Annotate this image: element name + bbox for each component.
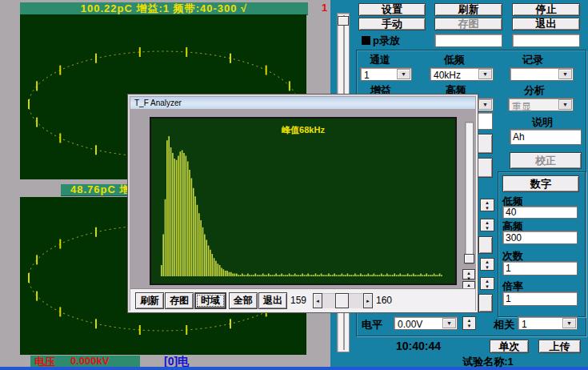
chevron-down-icon[interactable]: ▼ xyxy=(442,318,456,328)
lowfreq-select[interactable]: 40kHz ▼ xyxy=(430,67,494,81)
tf-save-button[interactable]: 存图 xyxy=(165,292,194,309)
ratio-spinner[interactable]: ▲▼ xyxy=(480,277,494,290)
exit-button[interactable]: 退出 xyxy=(512,18,580,30)
tf-analyzer-window: T_F Analyzer 峰值68kHz ▲▼ ▲▼ 刷新 存图 时域 全部 退… xyxy=(128,95,478,312)
single-shot-button[interactable]: 单次 xyxy=(490,340,529,353)
test-name-label: 试验名称:1 xyxy=(432,355,544,369)
spin-down-icon[interactable]: ▼ xyxy=(485,206,490,211)
peak-frequency-label: 峰值68kHz xyxy=(151,124,455,136)
correlation-label: 相关 xyxy=(494,318,514,332)
mid-button-3[interactable] xyxy=(478,236,493,254)
chevron-down-icon[interactable]: ▼ xyxy=(562,318,576,328)
scroll-right-arrow[interactable]: ► xyxy=(363,293,373,308)
record-select[interactable]: ▼ xyxy=(510,67,574,81)
spin-down-icon[interactable]: ▼ xyxy=(485,226,490,231)
channel1-indicator: 1 xyxy=(322,2,327,14)
calibrate-button: 校正 xyxy=(510,152,582,169)
p-playback-label: p录放 xyxy=(373,34,400,48)
upload-button[interactable]: 上传 xyxy=(538,340,581,353)
spectrum-vslider-track[interactable] xyxy=(465,122,474,264)
digital-count-field[interactable] xyxy=(502,261,578,275)
level-select[interactable]: 0.00V ▼ xyxy=(394,316,458,330)
voltage-strip: 电压 0.000kV xyxy=(30,356,140,367)
popup-spinner-1[interactable]: ▲▼ xyxy=(462,269,475,280)
lowfreq-label: 低频 xyxy=(444,53,465,67)
channel-label: 通道 xyxy=(370,53,390,67)
correlation-select[interactable]: 1 ▼ xyxy=(518,316,578,330)
count-spinner[interactable]: ▲▼ xyxy=(480,258,494,271)
scrollbar-track[interactable] xyxy=(322,293,363,308)
chevron-down-icon[interactable]: ▼ xyxy=(478,69,492,79)
mid-button-4[interactable] xyxy=(478,294,493,312)
scroll-left-arrow[interactable]: ◄ xyxy=(313,293,322,308)
lowfreq-spinner[interactable]: ▲▼ xyxy=(480,199,494,211)
voltage-value: 0.000kV xyxy=(70,355,109,367)
channel-select[interactable]: 1 ▼ xyxy=(360,67,412,81)
channel1-header: 100.22pC 增益:1 频带:40-300 √ xyxy=(20,2,308,15)
tf-analyzer-title: T_F Analyzer xyxy=(134,99,182,107)
playback-file-field[interactable] xyxy=(434,34,502,47)
spectrum-plot: 峰值68kHz xyxy=(150,117,457,285)
tf-time-domain-button[interactable]: 时域 xyxy=(194,292,226,309)
manual-button[interactable]: 手动 xyxy=(358,18,426,30)
spectrum-svg xyxy=(151,119,455,284)
spin-up-icon[interactable]: ▲ xyxy=(485,259,490,265)
tf-refresh-button[interactable]: 刷新 xyxy=(135,292,164,309)
digital-ratio-field[interactable] xyxy=(502,292,578,306)
chevron-down-icon[interactable]: ▼ xyxy=(397,69,410,79)
level-label: 电平 xyxy=(362,318,382,332)
scroll-left-value: 159 xyxy=(290,295,306,306)
digital-lowfreq-field[interactable] xyxy=(502,206,578,219)
refresh-button[interactable]: 刷新 xyxy=(434,3,502,16)
channel1-header-text: 100.22pC 增益:1 频带:40-300 √ xyxy=(81,2,247,16)
spin-up-icon[interactable]: ▲ xyxy=(466,271,471,276)
note-label: 说明 xyxy=(532,115,553,130)
spin-down-icon[interactable]: ▼ xyxy=(467,324,472,329)
chevron-down-icon[interactable]: ▼ xyxy=(478,99,492,110)
record-file-field[interactable] xyxy=(512,34,580,47)
spectrum-vslider-thumb[interactable] xyxy=(464,254,474,263)
p-playback-checkbox[interactable] xyxy=(362,36,370,45)
tf-analyzer-toolbar: 刷新 存图 时域 全部 退出 159 ◄ ► 160 xyxy=(130,288,475,312)
analysis-label: 分析 xyxy=(524,83,545,98)
clock: 10:40:44 xyxy=(396,340,441,352)
level-slider-thumb[interactable] xyxy=(338,16,349,26)
tf-analyzer-titlebar[interactable]: T_F Analyzer xyxy=(130,97,475,109)
spin-down-icon[interactable]: ▼ xyxy=(485,284,490,290)
chevron-down-icon: ▼ xyxy=(558,99,572,110)
scrollbar-thumb[interactable] xyxy=(335,293,349,308)
settings-button[interactable]: 设置 xyxy=(358,3,426,16)
tf-exit-button[interactable]: 退出 xyxy=(258,292,287,309)
pd-measurement-app: 100.22pC 增益:1 频带:40-300 √ 1 48.76pC 增 电压… xyxy=(0,0,588,370)
digital-button[interactable]: 数字 xyxy=(502,175,579,192)
note-field[interactable] xyxy=(510,129,582,145)
highfreq-spinner[interactable]: ▲▼ xyxy=(480,219,494,231)
spin-down-icon[interactable]: ▼ xyxy=(485,265,490,271)
spin-up-icon[interactable]: ▲ xyxy=(466,283,471,288)
level-spinner[interactable]: ▲▼ xyxy=(462,316,476,330)
record-label: 记录 xyxy=(522,53,543,67)
spin-up-icon[interactable]: ▲ xyxy=(467,318,472,324)
chevron-down-icon[interactable]: ▼ xyxy=(558,69,572,79)
digital-highfreq-field[interactable] xyxy=(502,231,578,244)
scroll-right-value: 160 xyxy=(376,295,392,306)
spin-up-icon[interactable]: ▲ xyxy=(485,279,490,284)
analysis-select: 重显 ▼ xyxy=(508,98,574,111)
stop-button[interactable]: 停止 xyxy=(512,3,580,16)
save-image-button: 存图 xyxy=(434,18,502,30)
channel2-header-text: 48.76pC 增 xyxy=(61,183,130,197)
spin-up-icon[interactable]: ▲ xyxy=(485,200,490,206)
tf-all-button[interactable]: 全部 xyxy=(229,292,258,309)
spin-up-icon[interactable]: ▲ xyxy=(485,220,490,226)
